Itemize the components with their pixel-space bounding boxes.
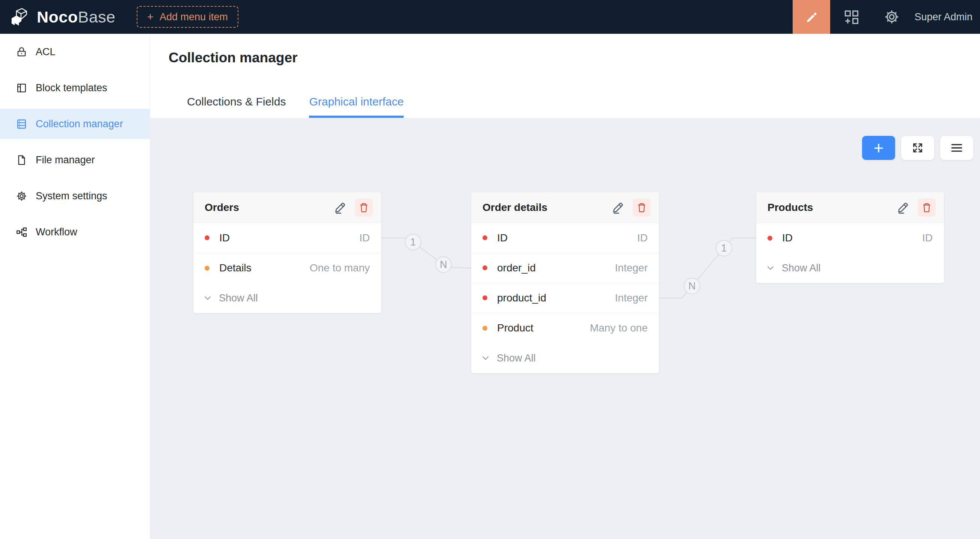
chevron-down-icon	[481, 354, 490, 363]
delete-collection-button[interactable]	[633, 199, 651, 216]
show-all-toggle[interactable]: Show All	[193, 283, 381, 313]
highlighter-icon	[803, 9, 819, 25]
edit-icon	[612, 201, 624, 214]
sidebar-item-collection-manager[interactable]: Collection manager	[0, 109, 150, 139]
sidebar-item-label: Workflow	[36, 226, 77, 238]
field-type: Many to one	[590, 322, 648, 334]
chevron-down-icon	[766, 264, 775, 272]
trash-icon	[921, 202, 932, 213]
entity-header[interactable]: Orders	[193, 192, 381, 223]
field-type: Integer	[615, 292, 648, 304]
svg-text:1: 1	[410, 237, 416, 248]
fullscreen-icon	[911, 142, 924, 154]
file-icon	[16, 154, 27, 166]
brand-bold: Noco	[37, 8, 78, 26]
field-row: ID ID	[471, 223, 659, 253]
svg-text:N: N	[688, 280, 696, 292]
collection-list-button[interactable]	[940, 136, 973, 160]
er-diagram-canvas[interactable]: 1 N N 1 +	[150, 118, 980, 539]
page-head: Collection manager Collections & Fields …	[150, 34, 980, 118]
sidebar-item-label: File manager	[36, 154, 95, 166]
tab-graphical-interface[interactable]: Graphical interface	[309, 94, 404, 118]
sidebar-item-label: Collection manager	[36, 118, 123, 130]
chevron-down-icon	[203, 294, 212, 302]
gear-icon	[16, 190, 27, 202]
entity-header[interactable]: Products	[756, 192, 944, 223]
main-content: Collection manager Collections & Fields …	[150, 34, 980, 539]
add-menu-item-button[interactable]: + Add menu item	[137, 6, 239, 28]
wire-label-n: N	[436, 257, 451, 272]
collection-icon	[16, 118, 27, 130]
field-row: ID ID	[193, 223, 381, 253]
entity-card-orders[interactable]: Orders	[193, 192, 381, 313]
show-all-toggle[interactable]: Show All	[756, 253, 944, 283]
wire-label-n: N	[684, 278, 700, 294]
svg-text:1: 1	[721, 242, 727, 254]
sidebar-item-workflow[interactable]: Workflow	[0, 217, 150, 247]
add-menu-item-label: Add menu item	[159, 11, 228, 23]
sidebar-item-label: Block templates	[36, 82, 107, 94]
entity-title: Orders	[205, 202, 331, 213]
brand-text: NocoBase	[37, 8, 116, 26]
trash-icon	[636, 202, 648, 213]
field-type: One to many	[310, 262, 370, 274]
sidebar-item-acl[interactable]: ACL	[0, 37, 150, 67]
topbar-right: Super Admin	[793, 0, 980, 34]
field-row: Product Many to one	[471, 313, 659, 343]
entity-card-products[interactable]: Products	[756, 192, 944, 283]
field-row: Details One to many	[193, 253, 381, 283]
field-name: order_id	[497, 262, 615, 274]
edit-collection-button[interactable]	[331, 199, 349, 216]
svg-text:N: N	[440, 259, 447, 270]
show-all-label: Show All	[497, 353, 536, 364]
appstore-add-icon	[843, 9, 859, 25]
field-row: product_id Integer	[471, 283, 659, 313]
field-name: Details	[219, 262, 310, 274]
layout-icon	[16, 82, 27, 94]
edit-collection-button[interactable]	[894, 199, 912, 216]
foreign-key-dot	[482, 266, 487, 270]
settings-button[interactable]	[872, 0, 911, 34]
current-user-label[interactable]: Super Admin	[914, 11, 972, 23]
tab-bar: Collections & Fields Graphical interface	[187, 94, 980, 118]
sidebar-item-block-templates[interactable]: Block templates	[0, 73, 150, 103]
wire-orders-orderdetails	[381, 238, 471, 268]
show-all-toggle[interactable]: Show All	[471, 343, 659, 373]
delete-collection-button[interactable]	[355, 199, 373, 216]
sidebar: ACL Block templates Collection manager F…	[0, 34, 150, 539]
graph-toolbar: +	[862, 136, 973, 160]
plus-icon: +	[874, 139, 884, 156]
nocobase-logo-icon	[10, 7, 32, 27]
tab-collections-fields[interactable]: Collections & Fields	[187, 94, 286, 118]
show-all-label: Show All	[782, 262, 821, 274]
field-name: ID	[497, 232, 637, 244]
plus-icon: +	[147, 11, 154, 22]
edit-collection-button[interactable]	[609, 199, 627, 216]
field-type: Integer	[615, 262, 648, 274]
ui-editor-button[interactable]	[793, 0, 830, 34]
wire-label-1: 1	[716, 240, 732, 256]
plugin-manager-button[interactable]	[830, 0, 872, 34]
sidebar-item-file-manager[interactable]: File manager	[0, 145, 150, 175]
entity-card-order-details[interactable]: Order details	[471, 192, 659, 373]
field-type: ID	[922, 232, 933, 244]
sidebar-item-system-settings[interactable]: System settings	[0, 181, 150, 211]
primary-key-dot	[205, 235, 210, 240]
sidebar-item-label: ACL	[36, 46, 56, 58]
delete-collection-button[interactable]	[918, 199, 936, 216]
wire-label-1: 1	[405, 234, 421, 250]
field-name: Product	[497, 322, 590, 334]
field-type: ID	[360, 232, 370, 244]
show-all-label: Show All	[219, 293, 258, 304]
edit-icon	[897, 201, 909, 214]
brand-light: Base	[78, 8, 116, 26]
entity-header[interactable]: Order details	[471, 192, 659, 223]
add-collection-button[interactable]: +	[862, 136, 895, 160]
fullscreen-button[interactable]	[901, 136, 934, 160]
lock-icon	[16, 46, 27, 58]
primary-key-dot	[767, 236, 772, 241]
entity-title: Order details	[482, 202, 609, 213]
relation-dot	[205, 266, 210, 270]
field-name: product_id	[497, 292, 615, 304]
page-title: Collection manager	[169, 49, 980, 67]
